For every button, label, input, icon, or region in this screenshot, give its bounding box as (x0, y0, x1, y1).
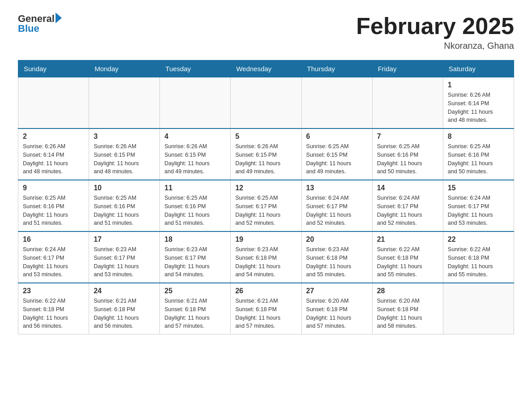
day-number: 18 (164, 235, 226, 244)
table-row: 8Sunrise: 6:25 AM Sunset: 6:16 PM Daylig… (443, 128, 514, 180)
page-title: February 2025 (356, 13, 514, 39)
col-thursday: Thursday (301, 60, 372, 77)
table-row (231, 77, 301, 129)
table-row: 15Sunrise: 6:24 AM Sunset: 6:17 PM Dayli… (443, 180, 514, 231)
day-info: Sunrise: 6:25 AM Sunset: 6:16 PM Dayligh… (94, 194, 155, 227)
day-info: Sunrise: 6:20 AM Sunset: 6:18 PM Dayligh… (377, 297, 438, 330)
table-row: 16Sunrise: 6:24 AM Sunset: 6:17 PM Dayli… (18, 231, 89, 283)
day-number: 19 (235, 235, 296, 244)
table-row: 26Sunrise: 6:21 AM Sunset: 6:18 PM Dayli… (231, 283, 301, 334)
day-number: 12 (235, 184, 296, 192)
day-info: Sunrise: 6:23 AM Sunset: 6:18 PM Dayligh… (235, 245, 296, 279)
col-wednesday: Wednesday (231, 60, 301, 77)
table-row (301, 77, 372, 129)
logo-blue: Blue (18, 23, 39, 34)
day-info: Sunrise: 6:25 AM Sunset: 6:16 PM Dayligh… (448, 142, 509, 176)
day-info: Sunrise: 6:26 AM Sunset: 6:15 PM Dayligh… (164, 142, 226, 176)
day-info: Sunrise: 6:21 AM Sunset: 6:18 PM Dayligh… (235, 297, 296, 330)
table-row: 9Sunrise: 6:25 AM Sunset: 6:16 PM Daylig… (18, 180, 89, 231)
day-number: 7 (377, 133, 438, 141)
day-info: Sunrise: 6:23 AM Sunset: 6:17 PM Dayligh… (164, 245, 226, 279)
table-row: 10Sunrise: 6:25 AM Sunset: 6:16 PM Dayli… (89, 180, 160, 231)
col-sunday: Sunday (18, 60, 89, 77)
table-row (89, 77, 160, 129)
day-info: Sunrise: 6:24 AM Sunset: 6:17 PM Dayligh… (377, 194, 438, 227)
day-number: 26 (235, 287, 296, 295)
table-row: 4Sunrise: 6:26 AM Sunset: 6:15 PM Daylig… (160, 128, 231, 180)
table-row: 20Sunrise: 6:23 AM Sunset: 6:18 PM Dayli… (301, 231, 372, 283)
col-tuesday: Tuesday (160, 60, 231, 77)
table-row: 7Sunrise: 6:25 AM Sunset: 6:16 PM Daylig… (372, 128, 443, 180)
table-row (160, 77, 231, 129)
day-info: Sunrise: 6:26 AM Sunset: 6:14 PM Dayligh… (448, 91, 509, 124)
table-row: 25Sunrise: 6:21 AM Sunset: 6:18 PM Dayli… (160, 283, 231, 334)
calendar-header-row: Sunday Monday Tuesday Wednesday Thursday… (18, 60, 514, 77)
day-info: Sunrise: 6:25 AM Sunset: 6:15 PM Dayligh… (306, 142, 368, 176)
table-row: 11Sunrise: 6:25 AM Sunset: 6:16 PM Dayli… (160, 180, 231, 231)
table-row: 13Sunrise: 6:24 AM Sunset: 6:17 PM Dayli… (301, 180, 372, 231)
day-info: Sunrise: 6:21 AM Sunset: 6:18 PM Dayligh… (94, 297, 155, 330)
day-number: 6 (306, 133, 368, 141)
table-row: 22Sunrise: 6:22 AM Sunset: 6:18 PM Dayli… (443, 231, 514, 283)
day-number: 24 (94, 287, 155, 295)
col-friday: Friday (372, 60, 443, 77)
logo-arrow-icon (56, 13, 62, 23)
day-info: Sunrise: 6:22 AM Sunset: 6:18 PM Dayligh… (377, 245, 438, 279)
table-row: 2Sunrise: 6:26 AM Sunset: 6:14 PM Daylig… (18, 128, 89, 180)
day-info: Sunrise: 6:25 AM Sunset: 6:16 PM Dayligh… (23, 194, 84, 227)
page-header: General Blue February 2025 Nkoranza, Gha… (18, 13, 514, 51)
calendar-week-row: 1Sunrise: 6:26 AM Sunset: 6:14 PM Daylig… (18, 77, 514, 129)
page-subtitle: Nkoranza, Ghana (356, 41, 514, 51)
col-saturday: Saturday (443, 60, 514, 77)
day-number: 20 (306, 235, 368, 244)
day-number: 13 (306, 184, 368, 192)
table-row: 3Sunrise: 6:26 AM Sunset: 6:15 PM Daylig… (89, 128, 160, 180)
calendar-week-row: 2Sunrise: 6:26 AM Sunset: 6:14 PM Daylig… (18, 128, 514, 180)
table-row (18, 77, 89, 129)
table-row: 12Sunrise: 6:25 AM Sunset: 6:17 PM Dayli… (231, 180, 301, 231)
day-info: Sunrise: 6:25 AM Sunset: 6:16 PM Dayligh… (377, 142, 438, 176)
day-number: 21 (377, 235, 438, 244)
calendar-table: Sunday Monday Tuesday Wednesday Thursday… (18, 60, 514, 334)
day-number: 8 (448, 133, 509, 141)
day-number: 22 (448, 235, 509, 244)
day-info: Sunrise: 6:23 AM Sunset: 6:18 PM Dayligh… (306, 245, 368, 279)
calendar-week-row: 16Sunrise: 6:24 AM Sunset: 6:17 PM Dayli… (18, 231, 514, 283)
day-number: 17 (94, 235, 155, 244)
day-info: Sunrise: 6:26 AM Sunset: 6:15 PM Dayligh… (235, 142, 296, 176)
logo: General Blue (18, 13, 62, 34)
day-info: Sunrise: 6:25 AM Sunset: 6:16 PM Dayligh… (164, 194, 226, 227)
day-info: Sunrise: 6:26 AM Sunset: 6:15 PM Dayligh… (94, 142, 155, 176)
day-info: Sunrise: 6:20 AM Sunset: 6:18 PM Dayligh… (306, 297, 368, 330)
day-info: Sunrise: 6:26 AM Sunset: 6:14 PM Dayligh… (23, 142, 84, 176)
table-row: 24Sunrise: 6:21 AM Sunset: 6:18 PM Dayli… (89, 283, 160, 334)
table-row: 17Sunrise: 6:23 AM Sunset: 6:17 PM Dayli… (89, 231, 160, 283)
day-info: Sunrise: 6:21 AM Sunset: 6:18 PM Dayligh… (164, 297, 226, 330)
day-number: 3 (94, 133, 155, 141)
day-number: 28 (377, 287, 438, 295)
title-block: February 2025 Nkoranza, Ghana (356, 13, 514, 51)
day-number: 14 (377, 184, 438, 192)
day-info: Sunrise: 6:24 AM Sunset: 6:17 PM Dayligh… (448, 194, 509, 227)
table-row: 1Sunrise: 6:26 AM Sunset: 6:14 PM Daylig… (443, 77, 514, 129)
day-number: 5 (235, 133, 296, 141)
table-row: 19Sunrise: 6:23 AM Sunset: 6:18 PM Dayli… (231, 231, 301, 283)
day-number: 11 (164, 184, 226, 192)
day-number: 25 (164, 287, 226, 295)
day-info: Sunrise: 6:22 AM Sunset: 6:18 PM Dayligh… (448, 245, 509, 279)
day-number: 1 (448, 81, 509, 89)
table-row (443, 283, 514, 334)
day-info: Sunrise: 6:23 AM Sunset: 6:17 PM Dayligh… (94, 245, 155, 279)
day-info: Sunrise: 6:24 AM Sunset: 6:17 PM Dayligh… (306, 194, 368, 227)
day-number: 23 (23, 287, 84, 295)
table-row (372, 77, 443, 129)
day-number: 16 (23, 235, 84, 244)
day-info: Sunrise: 6:22 AM Sunset: 6:18 PM Dayligh… (23, 297, 84, 330)
table-row: 27Sunrise: 6:20 AM Sunset: 6:18 PM Dayli… (301, 283, 372, 334)
table-row: 14Sunrise: 6:24 AM Sunset: 6:17 PM Dayli… (372, 180, 443, 231)
calendar-week-row: 9Sunrise: 6:25 AM Sunset: 6:16 PM Daylig… (18, 180, 514, 231)
table-row: 23Sunrise: 6:22 AM Sunset: 6:18 PM Dayli… (18, 283, 89, 334)
day-info: Sunrise: 6:24 AM Sunset: 6:17 PM Dayligh… (23, 245, 84, 279)
col-monday: Monday (89, 60, 160, 77)
day-number: 2 (23, 133, 84, 141)
